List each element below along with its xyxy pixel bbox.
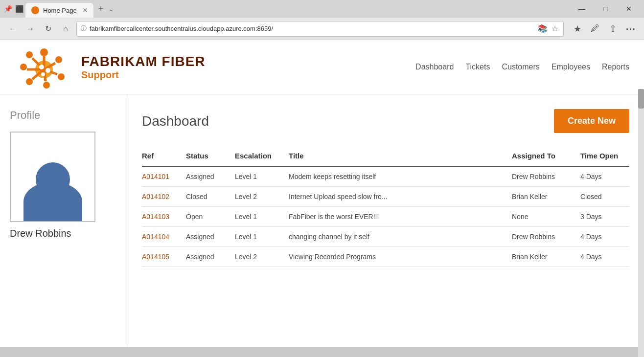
ticket-ref-link[interactable]: A014102 [142, 193, 169, 201]
ticket-ref-link[interactable]: A014103 [142, 213, 169, 221]
cell-timeopen: Closed [580, 187, 629, 207]
cell-timeopen: 4 Days [580, 247, 629, 267]
close-tab-button[interactable]: ✕ [83, 7, 88, 14]
cell-assigned: Brian Keller [512, 247, 580, 267]
profile-sidebar: Profile Drew Robbins [0, 94, 127, 347]
nav-item-customers[interactable]: Customers [502, 61, 539, 73]
back-button[interactable]: ← [6, 22, 20, 36]
page-wrapper: FABRIKAM FIBER Support Dashboard Tickets… [0, 40, 644, 347]
dashboard-area: Dashboard Create New Ref Status Escalati… [127, 94, 644, 347]
ticket-ref-link[interactable]: A014105 [142, 253, 169, 261]
col-header-title: Title [289, 148, 512, 166]
cell-ref: A014102 [142, 187, 186, 207]
table-header: Ref Status Escalation Title Assigned To … [142, 148, 629, 166]
table-body: A014101 Assigned Level 1 Modem keeps res… [142, 166, 629, 267]
title-bar-left: 📌 ⬛ [4, 5, 23, 13]
avatar [10, 132, 95, 222]
svg-point-1 [40, 48, 48, 56]
forward-button[interactable]: → [23, 22, 37, 36]
cell-title: changing channel by it self [289, 227, 512, 247]
home-button[interactable]: ⌂ [59, 22, 72, 36]
cell-timeopen: 3 Days [580, 207, 629, 227]
col-header-assigned: Assigned To [512, 148, 580, 166]
tab-overflow-button[interactable]: ⌄ [108, 5, 114, 13]
cell-ref: A014105 [142, 247, 186, 267]
cell-timeopen: 4 Days [580, 166, 629, 187]
reader-view-button[interactable]: 📚 [537, 23, 549, 34]
cell-title: Modem keeps resetting itself [289, 166, 512, 187]
table-header-row: Ref Status Escalation Title Assigned To … [142, 148, 629, 166]
ticket-ref-link[interactable]: A014101 [142, 173, 169, 180]
profile-heading: Profile [10, 109, 117, 122]
table-row: A014102 Closed Level 2 Internet Upload s… [142, 187, 629, 207]
minimize-button[interactable]: — [571, 1, 593, 16]
title-bar: 📌 ⬛ Home Page ✕ + ⌄ — □ ✕ [0, 0, 644, 18]
cell-status: Closed [186, 187, 235, 207]
back-icon: ⬛ [15, 5, 23, 13]
address-bar: ← → ↻ ⌂ ⓘ fabrikamfibercallcenter.southc… [0, 18, 644, 40]
cell-escalation: Level 2 [235, 187, 289, 207]
logo-area: FABRIKAM FIBER Support [15, 45, 206, 89]
create-new-button[interactable]: Create New [554, 109, 629, 133]
tickets-table: Ref Status Escalation Title Assigned To … [142, 148, 629, 267]
cell-escalation: Level 1 [235, 166, 289, 187]
cell-status: Assigned [186, 166, 235, 187]
share-button[interactable]: ⇧ [605, 21, 621, 37]
avatar-head [36, 162, 70, 197]
table-row: A014105 Assigned Level 2 Viewing Recorde… [142, 247, 629, 267]
main-content: Profile Drew Robbins Dashboard Create Ne… [0, 94, 644, 347]
cell-ref: A014104 [142, 227, 186, 247]
favorites-button[interactable]: ☆ [551, 23, 559, 34]
url-bar[interactable]: ⓘ fabrikamfibercallcenter.southcentralus… [76, 21, 564, 37]
nav-item-employees[interactable]: Employees [552, 61, 590, 73]
cell-assigned: None [512, 207, 580, 227]
favorites-star-button[interactable]: ★ [570, 21, 585, 37]
svg-point-3 [58, 73, 65, 80]
svg-point-2 [55, 56, 62, 63]
security-icon: ⓘ [81, 24, 87, 33]
browser-tab[interactable]: Home Page ✕ [25, 3, 93, 18]
cell-status: Open [186, 207, 235, 227]
make-a-web-note-button[interactable]: 🖉 [587, 21, 603, 37]
close-window-button[interactable]: ✕ [618, 1, 640, 16]
new-tab-button[interactable]: + [95, 4, 107, 14]
brand-sub: Support [81, 69, 206, 81]
nav-item-dashboard[interactable]: Dashboard [415, 61, 454, 73]
svg-point-5 [26, 78, 33, 85]
cell-assigned: Drew Robbins [512, 227, 580, 247]
cell-escalation: Level 1 [235, 227, 289, 247]
cell-timeopen: 4 Days [580, 227, 629, 247]
cell-escalation: Level 2 [235, 247, 289, 267]
site-header: FABRIKAM FIBER Support Dashboard Tickets… [0, 40, 644, 94]
cell-status: Assigned [186, 227, 235, 247]
maximize-button[interactable]: □ [594, 1, 617, 16]
svg-point-6 [20, 64, 27, 70]
svg-point-7 [26, 51, 33, 58]
cell-title: Viewing Recorded Programs [289, 247, 512, 267]
table-row: A014101 Assigned Level 1 Modem keeps res… [142, 166, 629, 187]
nav-item-reports[interactable]: Reports [602, 61, 629, 73]
url-text: fabrikamfibercallcenter.southcentralus.c… [90, 25, 534, 32]
svg-point-16 [46, 68, 50, 73]
cell-status: Assigned [186, 247, 235, 267]
more-button[interactable]: ⋯ [622, 21, 638, 37]
cell-assigned: Brian Keller [512, 187, 580, 207]
col-header-escalation: Escalation [235, 148, 289, 166]
logo-image [15, 45, 73, 89]
refresh-button[interactable]: ↻ [41, 22, 55, 36]
scrollbar[interactable] [638, 89, 644, 357]
brand-name: FABRIKAM FIBER [81, 54, 206, 69]
cell-title: Internet Upload speed slow fro... [289, 187, 512, 207]
cell-title: FabFiber is the worst EVER!!! [289, 207, 512, 227]
nav-item-tickets[interactable]: Tickets [465, 61, 490, 73]
col-header-ref: Ref [142, 148, 186, 166]
cell-ref: A014103 [142, 207, 186, 227]
nav-menu: Dashboard Tickets Customers Employees Re… [415, 61, 629, 73]
window-controls: — □ ✕ [571, 1, 640, 16]
page-content: FABRIKAM FIBER Support Dashboard Tickets… [0, 40, 644, 347]
col-header-timeopen: Time Open [580, 148, 629, 166]
dashboard-header: Dashboard Create New [142, 109, 629, 133]
cell-assigned: Drew Robbins [512, 166, 580, 187]
ticket-ref-link[interactable]: A014104 [142, 233, 169, 241]
scrollbar-thumb[interactable] [638, 89, 644, 109]
